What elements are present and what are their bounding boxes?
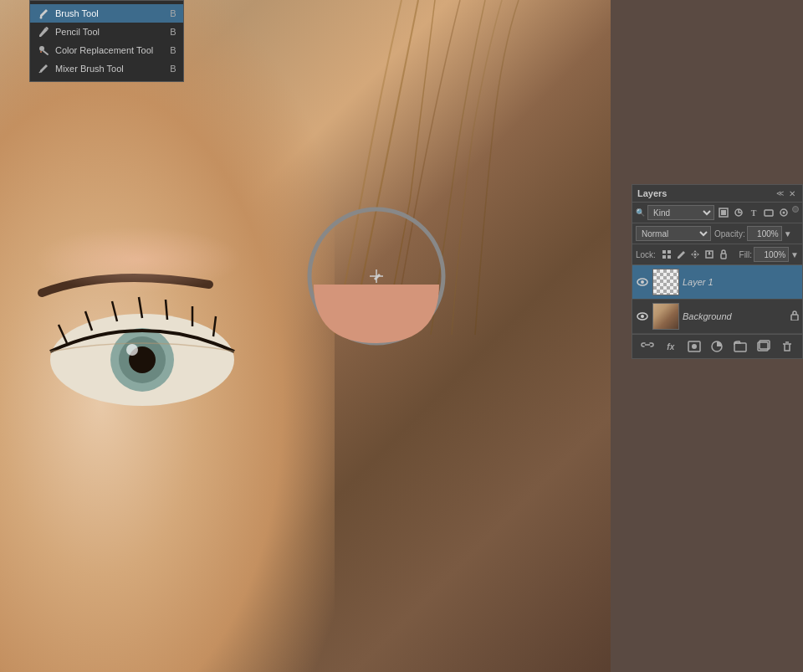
- background-thumbnail: [652, 303, 679, 330]
- svg-rect-27: [667, 255, 671, 259]
- tool-item-pencil[interactable]: Pencil Tool B: [30, 23, 183, 41]
- svg-rect-26: [662, 255, 666, 259]
- color-replacement-icon: [37, 44, 50, 57]
- svg-point-38: [692, 344, 697, 349]
- brush-cursor: [301, 201, 452, 351]
- filter-pixel-icon[interactable]: [717, 206, 730, 219]
- svg-point-34: [641, 315, 644, 318]
- svg-rect-25: [667, 250, 671, 254]
- svg-rect-35: [791, 315, 798, 321]
- fill-row: Fill: ▼: [739, 247, 799, 262]
- lock-paint-button[interactable]: [675, 249, 687, 260]
- layer-item-layer1[interactable]: Layer 1: [632, 265, 802, 300]
- new-group-button[interactable]: [733, 339, 748, 354]
- opacity-label: Opacity:: [714, 229, 745, 239]
- add-layer-style-button[interactable]: fx: [663, 339, 678, 354]
- lock-all-button[interactable]: [718, 249, 729, 260]
- tool-popup-menu: Brush Tool B Pencil Tool B Color Replace…: [29, 0, 184, 82]
- tool-item-color-replacement[interactable]: Color Replacement Tool B: [30, 41, 183, 59]
- fill-dropdown-arrow[interactable]: ▼: [790, 250, 799, 259]
- layer1-visibility-toggle[interactable]: [636, 275, 649, 289]
- lock-move-button[interactable]: [689, 249, 701, 260]
- blend-mode-select[interactable]: Normal: [636, 226, 711, 241]
- close-panel-button[interactable]: ✕: [787, 188, 797, 198]
- svg-rect-30: [721, 254, 726, 259]
- lock-row: Lock:: [632, 244, 802, 265]
- filter-row: 🔍 Kind T: [632, 203, 802, 223]
- lock-pixels-button[interactable]: [661, 249, 673, 260]
- layers-panel: Layers ≪ ✕ 🔍 Kind T: [632, 184, 803, 359]
- layers-panel-footer: fx: [632, 334, 802, 358]
- svg-point-17: [40, 51, 42, 53]
- add-mask-button[interactable]: [687, 339, 702, 354]
- filter-dot: [792, 206, 799, 213]
- layer1-checkerboard: [653, 269, 678, 295]
- background-thumbnail-photo: [653, 304, 678, 329]
- filter-kind-select[interactable]: Kind: [647, 205, 714, 220]
- collapse-arrows: ≪: [776, 189, 784, 197]
- layer1-thumbnail: [652, 269, 679, 295]
- fill-label: Fill:: [739, 250, 753, 259]
- tool-name-mixer-brush: Mixer Brush Tool: [55, 64, 153, 74]
- lock-icons: [661, 249, 729, 260]
- layer1-name: Layer 1: [683, 277, 799, 287]
- filter-type-icon[interactable]: T: [747, 206, 760, 219]
- lock-artboard-button[interactable]: [703, 249, 715, 260]
- tool-item-mixer-brush[interactable]: Mixer Brush Tool B: [30, 59, 183, 78]
- opacity-row: Opacity: ▼: [714, 226, 792, 241]
- svg-point-32: [641, 280, 644, 284]
- tool-item-brush[interactable]: Brush Tool B: [30, 4, 183, 23]
- new-layer-button[interactable]: [756, 339, 771, 354]
- filter-shape-icon[interactable]: [762, 206, 775, 219]
- background-lock-icon: [790, 310, 799, 322]
- brush-cursor-svg: [301, 201, 452, 351]
- svg-point-4: [126, 344, 138, 356]
- mixer-brush-icon: [37, 62, 50, 75]
- background-visibility-toggle[interactable]: [636, 310, 649, 323]
- opacity-input[interactable]: [747, 226, 782, 241]
- svg-rect-24: [662, 250, 666, 254]
- fill-input[interactable]: [754, 247, 789, 262]
- layers-panel-controls: ≪ ✕: [776, 188, 797, 198]
- layers-panel-header: Layers ≪ ✕: [632, 185, 802, 203]
- brush-icon: [37, 7, 50, 20]
- tool-shortcut-color-replacement: B: [170, 45, 176, 55]
- layer-item-background[interactable]: Background: [632, 300, 802, 334]
- svg-rect-40: [734, 343, 746, 351]
- tool-shortcut-mixer-brush: B: [170, 64, 176, 74]
- background-layer-name: Background: [683, 311, 787, 321]
- delete-layer-button[interactable]: [780, 339, 795, 354]
- svg-rect-19: [721, 210, 726, 215]
- tool-name-brush: Brush Tool: [55, 8, 153, 18]
- tool-shortcut-pencil: B: [170, 27, 176, 37]
- opacity-dropdown-arrow[interactable]: ▼: [784, 229, 792, 239]
- svg-rect-21: [765, 210, 773, 216]
- tool-shortcut-brush: B: [170, 8, 176, 18]
- tool-name-color-replacement: Color Replacement Tool: [55, 45, 153, 55]
- pencil-icon: [37, 25, 50, 38]
- filter-type-icons: T: [717, 206, 799, 219]
- new-fill-adjustment-button[interactable]: [709, 339, 724, 354]
- svg-point-28: [693, 254, 696, 256]
- tool-name-pencil: Pencil Tool: [55, 27, 153, 37]
- svg-point-23: [783, 212, 785, 214]
- filter-adjustment-icon[interactable]: [732, 206, 745, 219]
- svg-point-15: [40, 17, 43, 19]
- link-layers-button[interactable]: [640, 339, 655, 354]
- lock-label: Lock:: [636, 250, 656, 259]
- layers-panel-title: Layers: [637, 188, 667, 198]
- search-filter-icon: 🔍: [636, 208, 645, 217]
- blend-mode-row: Normal Opacity: ▼: [632, 223, 802, 244]
- filter-smart-icon[interactable]: [777, 206, 790, 219]
